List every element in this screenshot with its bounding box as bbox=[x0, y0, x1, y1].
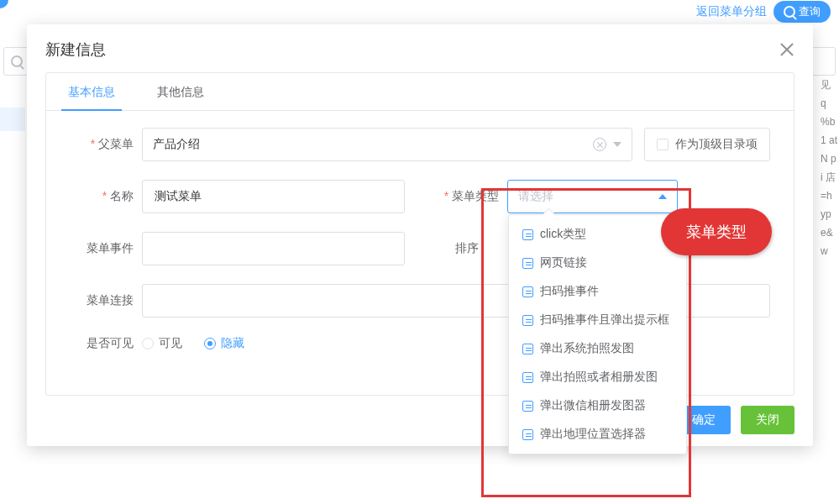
parent-menu-value: 产品介绍 bbox=[153, 137, 200, 152]
parent-menu-select[interactable]: 产品介绍 bbox=[142, 128, 632, 161]
menu-type-option[interactable]: 弹出系统拍照发图 bbox=[509, 334, 686, 363]
menu-event-input[interactable] bbox=[142, 232, 405, 265]
chevron-down-icon bbox=[658, 194, 667, 199]
menu-type-option[interactable]: 网页链接 bbox=[509, 249, 686, 277]
close-button[interactable]: 关闭 bbox=[741, 406, 794, 434]
menu-type-option[interactable]: 弹出微信相册发图器 bbox=[509, 391, 686, 420]
tab-basic-info[interactable]: 基本信息 bbox=[61, 73, 122, 110]
menu-type-option[interactable]: click类型 bbox=[509, 220, 686, 249]
list-item-icon bbox=[522, 344, 533, 354]
menu-type-option-label: 弹出微信相册发图器 bbox=[540, 398, 646, 413]
label-name: 名称 bbox=[70, 189, 134, 204]
radio-visible-hide-label: 隐藏 bbox=[221, 336, 244, 351]
radio-visible-hide[interactable]: 隐藏 bbox=[204, 336, 244, 351]
list-item-icon bbox=[522, 286, 533, 297]
radio-dot bbox=[142, 338, 154, 349]
name-input-field[interactable] bbox=[153, 189, 394, 204]
menu-type-option-label: 扫码推事件且弹出提示框 bbox=[540, 312, 669, 328]
top-level-checkbox[interactable]: 作为顶级目录项 bbox=[644, 128, 770, 161]
menu-type-placeholder: 请选择 bbox=[518, 189, 553, 204]
menu-type-option-label: 网页链接 bbox=[540, 255, 587, 270]
label-menu-type: 菜单类型 bbox=[435, 189, 499, 204]
radio-visible-show-label: 可见 bbox=[159, 336, 182, 351]
label-menu-event: 菜单事件 bbox=[70, 241, 134, 256]
clear-icon[interactable] bbox=[593, 138, 606, 151]
label-menu-link: 菜单连接 bbox=[70, 293, 134, 308]
menu-type-option-label: click类型 bbox=[540, 227, 586, 242]
menu-type-option[interactable]: 弹出拍照或者相册发图 bbox=[509, 363, 686, 391]
menu-type-option-label: 扫码推事件 bbox=[540, 284, 599, 299]
label-parent-menu: 父菜单 bbox=[70, 137, 134, 152]
menu-type-option-label: 弹出系统拍照发图 bbox=[540, 341, 634, 356]
form-tabs: 基本信息 其他信息 bbox=[46, 73, 794, 111]
chevron-down-icon bbox=[613, 142, 621, 147]
menu-type-dropdown: click类型网页链接扫码推事件扫码推事件且弹出提示框弹出系统拍照发图弹出拍照或… bbox=[508, 214, 687, 454]
annotation-bubble: 菜单类型 bbox=[661, 208, 772, 255]
list-item-icon bbox=[522, 429, 533, 440]
label-sort: 排序 bbox=[435, 241, 479, 256]
top-level-checkbox-label: 作为顶级目录项 bbox=[675, 137, 758, 152]
checkbox-box bbox=[657, 139, 669, 150]
menu-type-option[interactable]: 扫码推事件 bbox=[509, 277, 686, 306]
menu-event-field[interactable] bbox=[153, 241, 394, 256]
radio-visible-show[interactable]: 可见 bbox=[142, 336, 182, 351]
label-visible: 是否可见 bbox=[70, 336, 134, 351]
annotation-label: 菜单类型 bbox=[686, 223, 747, 240]
list-item-icon bbox=[522, 372, 533, 383]
menu-type-option-label: 弹出拍照或者相册发图 bbox=[540, 370, 658, 385]
modal-title: 新建信息 bbox=[45, 39, 106, 60]
menu-type-option[interactable]: 弹出地理位置选择器 bbox=[509, 420, 686, 449]
tab-other-info[interactable]: 其他信息 bbox=[150, 73, 211, 110]
close-icon[interactable] bbox=[779, 42, 794, 57]
radio-dot bbox=[204, 338, 216, 349]
list-item-icon bbox=[522, 315, 533, 326]
menu-type-option-label: 弹出地理位置选择器 bbox=[540, 427, 646, 442]
list-item-icon bbox=[522, 258, 533, 269]
name-input[interactable] bbox=[142, 180, 405, 213]
list-item-icon bbox=[522, 229, 533, 240]
menu-type-option[interactable]: 扫码推事件且弹出提示框 bbox=[509, 306, 686, 334]
list-item-icon bbox=[522, 401, 533, 412]
menu-type-select[interactable]: 请选择 click类型网页链接扫码推事件扫码推事件且弹出提示框弹出系统拍照发图弹… bbox=[507, 180, 678, 213]
